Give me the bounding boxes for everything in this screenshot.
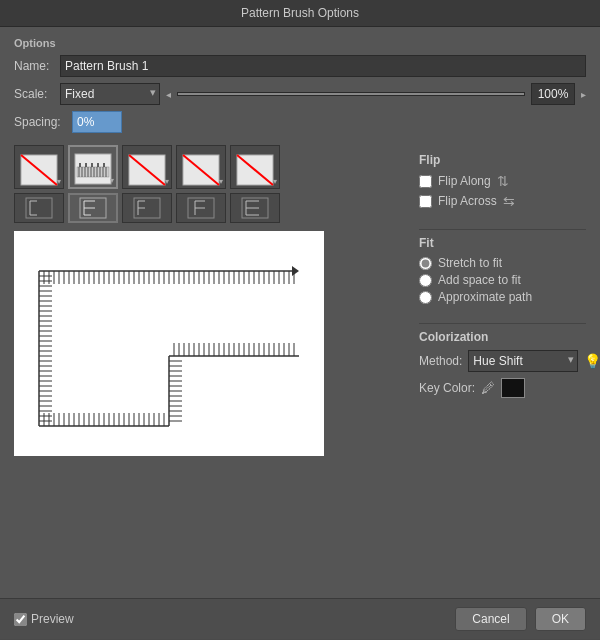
tiles-left: ▾ — [14, 145, 391, 223]
scale-select-wrap: Fixed Proportional — [60, 83, 160, 105]
tile1-dropdown-arrow: ▾ — [57, 177, 61, 186]
lightbulb-icon[interactable]: 💡 — [584, 353, 600, 369]
key-color-swatch[interactable] — [501, 378, 525, 398]
options-section: Options Name: Scale: Fixed Proportional … — [0, 27, 600, 145]
fit-radio-row-3: Approximate path — [419, 290, 586, 304]
tile-btn-5[interactable]: ▾ — [230, 145, 280, 189]
eyedropper-icon[interactable]: 🖉 — [481, 380, 495, 396]
flip-across-checkbox[interactable] — [419, 195, 432, 208]
fit-radio-row-1: Stretch to fit — [419, 256, 586, 270]
flip-along-checkbox[interactable] — [419, 175, 432, 188]
scale-select[interactable]: Fixed Proportional — [60, 83, 160, 105]
slider-right-arrow: ▸ — [581, 89, 586, 100]
align-btn-2[interactable] — [68, 193, 118, 223]
slider-container: ◂ ▸ — [166, 83, 586, 105]
tile-btn-2[interactable]: ▾ — [68, 145, 118, 189]
tile-btn-3[interactable]: ▾ — [122, 145, 172, 189]
fit-radio-row-2: Add space to fit — [419, 273, 586, 287]
method-row: Method: None Tints Tints and Shades Hue … — [419, 350, 586, 372]
tile-btn-1[interactable]: ▾ — [14, 145, 64, 189]
fit-radio-0[interactable] — [419, 257, 432, 270]
fit-section: Fit Stretch to fit Add space to fit Appr… — [419, 236, 586, 307]
tile2-dropdown-arrow: ▾ — [110, 176, 114, 185]
divider-1 — [419, 229, 586, 230]
tile5-dropdown-arrow: ▾ — [273, 177, 277, 186]
tile3-dropdown-arrow: ▾ — [165, 177, 169, 186]
spacing-label: Spacing: — [14, 115, 66, 129]
colorization-title: Colorization — [419, 330, 586, 344]
fit-label-2: Approximate path — [438, 290, 532, 304]
slider-track[interactable] — [177, 92, 525, 96]
spacing-input[interactable] — [72, 111, 122, 133]
preview-check: Preview — [14, 612, 74, 626]
flip-along-label: Flip Along — [438, 174, 491, 188]
ok-button[interactable]: OK — [535, 607, 586, 631]
preview-canvas — [14, 231, 324, 456]
main-area: ▾ — [0, 145, 600, 598]
align-row — [14, 193, 391, 223]
keycolor-row: Key Color: 🖉 — [419, 378, 586, 398]
align-btn-4[interactable] — [176, 193, 226, 223]
method-select-wrap: None Tints Tints and Shades Hue Shift — [468, 350, 578, 372]
slider-left-arrow: ◂ — [166, 89, 171, 100]
keycolor-label: Key Color: — [419, 381, 475, 395]
scale-value-input[interactable] — [531, 83, 575, 105]
left-panel: ▾ — [0, 145, 405, 598]
preview-label: Preview — [31, 612, 74, 626]
fit-title: Fit — [419, 236, 586, 250]
align-btn-5[interactable] — [230, 193, 280, 223]
method-label: Method: — [419, 354, 462, 368]
cancel-button[interactable]: Cancel — [455, 607, 526, 631]
method-select[interactable]: None Tints Tints and Shades Hue Shift — [468, 350, 578, 372]
slider-fill — [178, 93, 524, 95]
flip-along-row: Flip Along ⇅ — [419, 173, 586, 189]
fit-radio-2[interactable] — [419, 291, 432, 304]
colorization-section: Colorization Method: None Tints Tints an… — [419, 330, 586, 398]
flip-across-label: Flip Across — [438, 194, 497, 208]
flip-along-icon: ⇅ — [497, 173, 509, 189]
flip-across-row: Flip Across ⇆ — [419, 193, 586, 209]
spacing-row: Spacing: — [14, 111, 586, 133]
bottom-bar: Preview Cancel OK — [0, 598, 600, 639]
flip-across-icon: ⇆ — [503, 193, 515, 209]
divider-2 — [419, 323, 586, 324]
tile-btn-4[interactable]: ▾ — [176, 145, 226, 189]
fit-radio-1[interactable] — [419, 274, 432, 287]
name-input[interactable] — [60, 55, 586, 77]
flip-title: Flip — [419, 153, 586, 167]
scale-row: Scale: Fixed Proportional ◂ ▸ — [14, 83, 586, 105]
name-row: Name: — [14, 55, 586, 77]
bottom-buttons: Cancel OK — [455, 607, 586, 631]
align-btn-3[interactable] — [122, 193, 172, 223]
title-bar: Pattern Brush Options — [0, 0, 600, 27]
scale-label: Scale: — [14, 87, 54, 101]
tiles-section: ▾ — [0, 145, 405, 223]
tiles-top-row: ▾ — [14, 145, 391, 189]
fit-label-1: Add space to fit — [438, 273, 521, 287]
name-label: Name: — [14, 59, 54, 73]
fit-label-0: Stretch to fit — [438, 256, 502, 270]
dialog-title: Pattern Brush Options — [241, 6, 359, 20]
preview-checkbox[interactable] — [14, 613, 27, 626]
dialog: Options Name: Scale: Fixed Proportional … — [0, 27, 600, 639]
options-label: Options — [14, 37, 586, 49]
align-btn-1[interactable] — [14, 193, 64, 223]
right-panel: Flip Flip Along ⇅ Flip Across ⇆ Fit — [405, 145, 600, 598]
tile4-dropdown-arrow: ▾ — [219, 177, 223, 186]
flip-section: Flip Flip Along ⇅ Flip Across ⇆ — [419, 153, 586, 213]
